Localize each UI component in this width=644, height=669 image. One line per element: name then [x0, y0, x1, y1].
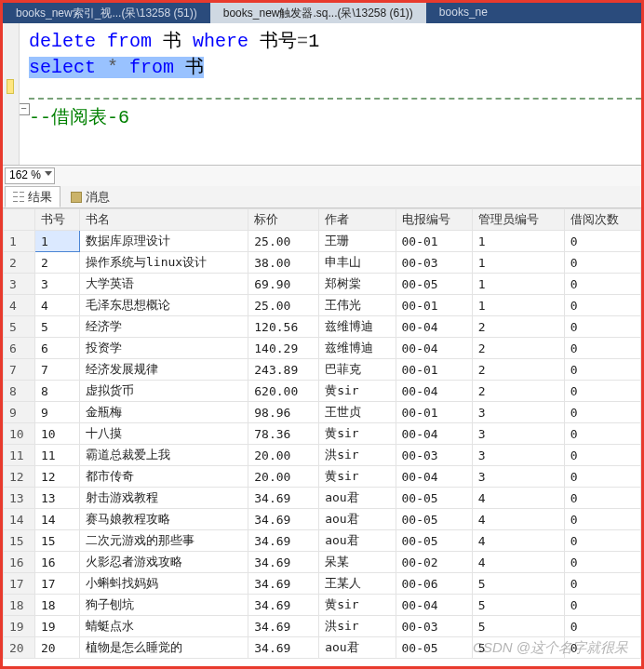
cell[interactable]: 34.69 [248, 616, 319, 637]
file-tab[interactable]: books_new索引_视...(呆\13258 (51)) [3, 3, 210, 23]
cell[interactable]: 1 [472, 231, 564, 252]
cell[interactable]: 00-04 [396, 338, 472, 359]
column-header[interactable]: 作者 [319, 209, 396, 231]
column-header[interactable]: 电报编号 [396, 209, 472, 231]
cell[interactable]: 0 [564, 616, 640, 637]
cell[interactable]: 0 [564, 402, 640, 423]
cell[interactable]: 王世贞 [319, 402, 396, 423]
table-row[interactable]: 99金瓶梅98.96王世贞00-0130 [4, 402, 641, 423]
cell[interactable]: 00-05 [396, 637, 472, 659]
cell[interactable]: 0 [564, 509, 640, 530]
table-row[interactable]: 88虚拟货币620.00黄sir00-0420 [4, 381, 641, 402]
cell[interactable]: 数据库原理设计 [80, 231, 248, 252]
cell[interactable]: 120.56 [248, 316, 319, 338]
cell[interactable]: 植物是怎么睡觉的 [80, 637, 248, 659]
cell[interactable]: 25.00 [248, 231, 319, 252]
cell[interactable]: 20.00 [248, 445, 319, 466]
cell[interactable]: 4 [472, 488, 564, 509]
table-row[interactable]: 33大学英语69.90郑树棠00-0510 [4, 274, 641, 295]
cell[interactable]: 14 [35, 509, 80, 530]
cell[interactable]: 郑树棠 [319, 274, 396, 295]
cell[interactable]: 2 [472, 381, 564, 402]
cell[interactable]: 4 [472, 530, 564, 552]
cell[interactable]: 34.69 [248, 637, 319, 659]
cell[interactable]: 2 [472, 338, 564, 359]
results-grid[interactable]: 书号 书名 标价 作者 电报编号 管理员编号 借阅次数 11数据库原理设计25.… [3, 208, 641, 666]
row-header[interactable]: 6 [4, 338, 35, 359]
row-header[interactable]: 18 [4, 595, 35, 616]
cell[interactable]: 25.00 [248, 295, 319, 316]
cell[interactable]: 00-05 [396, 509, 472, 530]
cell[interactable]: 大学英语 [80, 274, 248, 295]
cell[interactable]: 3 [472, 445, 564, 466]
cell[interactable]: 00-01 [396, 402, 472, 423]
cell[interactable]: 申丰山 [319, 252, 396, 274]
cell[interactable]: 34.69 [248, 488, 319, 509]
row-header[interactable]: 4 [4, 295, 35, 316]
cell[interactable]: 5 [35, 316, 80, 338]
cell[interactable]: 0 [564, 274, 640, 295]
cell[interactable]: 1 [472, 274, 564, 295]
cell[interactable]: 4 [472, 552, 564, 573]
cell[interactable]: 小蝌蚪找妈妈 [80, 573, 248, 595]
cell[interactable]: 00-02 [396, 552, 472, 573]
cell[interactable]: 王伟光 [319, 295, 396, 316]
cell[interactable]: 34.69 [248, 530, 319, 552]
cell[interactable]: 15 [35, 530, 80, 552]
file-tab[interactable]: books_new触发器.sq...(呆\13258 (61)) [210, 3, 426, 23]
column-header[interactable]: 管理员编号 [472, 209, 564, 231]
fold-toggle-icon[interactable]: − [20, 103, 30, 115]
cell[interactable]: 5 [472, 616, 564, 637]
cell[interactable]: 经济发展规律 [80, 359, 248, 381]
cell[interactable]: 0 [564, 488, 640, 509]
cell[interactable]: 0 [564, 466, 640, 488]
cell[interactable]: 蜻蜓点水 [80, 616, 248, 637]
cell[interactable]: 140.29 [248, 338, 319, 359]
cell[interactable]: 0 [564, 530, 640, 552]
cell[interactable]: 0 [564, 552, 640, 573]
cell[interactable]: aou君 [319, 488, 396, 509]
cell[interactable]: 虚拟货币 [80, 381, 248, 402]
cell[interactable]: 0 [564, 295, 640, 316]
cell[interactable]: 都市传奇 [80, 466, 248, 488]
file-tab[interactable]: books_ne [426, 3, 501, 23]
table-row[interactable]: 1818狗子刨坑34.69黄sir00-0450 [4, 595, 641, 616]
cell[interactable]: 34.69 [248, 573, 319, 595]
tab-messages[interactable]: 消息 [62, 186, 118, 207]
cell[interactable]: 呆某 [319, 552, 396, 573]
cell[interactable]: 狗子刨坑 [80, 595, 248, 616]
cell[interactable]: 00-01 [396, 231, 472, 252]
sql-editor[interactable]: − delete from 书 where 书号=1 select * from… [3, 23, 641, 165]
row-header[interactable]: 11 [4, 445, 35, 466]
cell[interactable]: 69.90 [248, 274, 319, 295]
table-row[interactable]: 1111霸道总裁爱上我20.00洪sir00-0330 [4, 445, 641, 466]
cell[interactable]: 00-05 [396, 274, 472, 295]
cell[interactable]: 投资学 [80, 338, 248, 359]
cell[interactable]: 5 [472, 595, 564, 616]
cell[interactable]: 0 [564, 445, 640, 466]
cell[interactable]: 0 [564, 381, 640, 402]
cell[interactable]: 00-03 [396, 445, 472, 466]
cell[interactable]: 0 [564, 595, 640, 616]
cell[interactable]: 操作系统与linux设计 [80, 252, 248, 274]
cell[interactable]: 王某人 [319, 573, 396, 595]
table-row[interactable]: 1717小蝌蚪找妈妈34.69王某人00-0650 [4, 573, 641, 595]
table-row[interactable]: 1515二次元游戏的那些事34.69aou君00-0540 [4, 530, 641, 552]
cell[interactable]: 2 [35, 252, 80, 274]
column-header[interactable]: 书名 [80, 209, 248, 231]
column-header[interactable]: 借阅次数 [564, 209, 640, 231]
row-header[interactable]: 12 [4, 466, 35, 488]
cell[interactable]: 0 [564, 231, 640, 252]
cell[interactable]: 13 [35, 488, 80, 509]
cell[interactable]: 00-04 [396, 595, 472, 616]
table-row[interactable]: 1616火影忍者游戏攻略34.69呆某00-0240 [4, 552, 641, 573]
cell[interactable]: 赛马娘教程攻略 [80, 509, 248, 530]
cell[interactable]: 00-01 [396, 359, 472, 381]
cell[interactable]: 射击游戏教程 [80, 488, 248, 509]
cell[interactable]: aou君 [319, 509, 396, 530]
cell[interactable]: 黄sir [319, 595, 396, 616]
cell[interactable]: 78.36 [248, 423, 319, 445]
cell[interactable]: 3 [35, 274, 80, 295]
row-header[interactable]: 13 [4, 488, 35, 509]
table-row[interactable]: 1919蜻蜓点水34.69洪sir00-0350 [4, 616, 641, 637]
